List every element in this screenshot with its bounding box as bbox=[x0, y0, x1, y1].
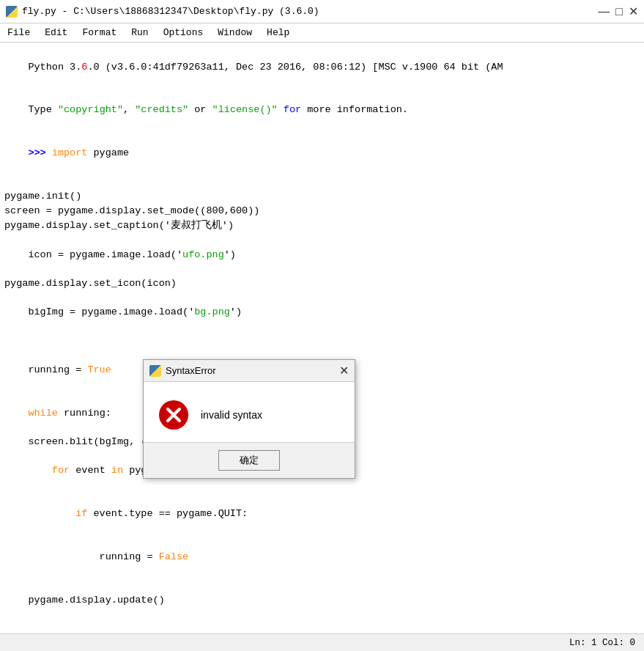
code-line: icon = pygame.image.load('ufo.png') bbox=[0, 233, 644, 276]
close-button[interactable]: ✕ bbox=[629, 6, 638, 18]
code-line: pygame.display.update() bbox=[0, 593, 644, 608]
dialog-title-text: SyntaxError bbox=[166, 365, 216, 376]
line-col-indicator: Ln: 1 Col: 0 bbox=[569, 638, 635, 648]
window-controls: — □ ✕ bbox=[598, 6, 638, 18]
code-line bbox=[0, 622, 644, 633]
code-line: running = False bbox=[0, 535, 644, 578]
menu-bar: File Edit Format Run Options Window Help bbox=[0, 23, 644, 43]
ok-button[interactable]: 确定 bbox=[218, 450, 280, 471]
dialog-message: invalid syntax bbox=[201, 409, 262, 421]
title-bar: fly.py - C:\Users\18868312347\Desktop\fl… bbox=[0, 0, 644, 23]
dialog-close-button[interactable]: ✕ bbox=[339, 364, 349, 378]
dialog-app-icon bbox=[149, 365, 161, 377]
menu-file[interactable]: File bbox=[0, 26, 37, 40]
syntax-error-dialog: SyntaxError ✕ invalid syntax 确定 bbox=[143, 359, 355, 479]
dialog-title-left: SyntaxError bbox=[149, 365, 216, 377]
menu-format[interactable]: Format bbox=[75, 26, 124, 40]
dialog-title-bar: SyntaxError ✕ bbox=[144, 360, 355, 382]
code-line: bigImg = pygame.image.load('bg.png') bbox=[0, 291, 644, 334]
code-line: >>> import pygame bbox=[0, 131, 644, 174]
code-line: pygame.init() bbox=[0, 189, 644, 204]
code-line: Python 3.6.0 (v3.6.0:41df79263a11, Dec 2… bbox=[0, 45, 644, 89]
maximize-button[interactable]: □ bbox=[615, 6, 623, 18]
window-title: fly.py - C:\Users\18868312347\Desktop\fl… bbox=[22, 6, 319, 17]
code-line: screen = pygame.display.set_mode((800,60… bbox=[0, 204, 644, 218]
menu-run[interactable]: Run bbox=[124, 26, 155, 40]
code-line: pygame.display.set_icon(icon) bbox=[0, 276, 644, 291]
dialog-footer: 确定 bbox=[144, 442, 355, 478]
title-bar-left: fly.py - C:\Users\18868312347\Desktop\fl… bbox=[6, 6, 319, 18]
menu-options[interactable]: Options bbox=[156, 26, 211, 40]
code-line: Type "copyright", "credits" or "license(… bbox=[0, 89, 644, 132]
code-line bbox=[0, 578, 644, 593]
code-line: pygame.display.set_caption('麦叔打飞机') bbox=[0, 218, 644, 233]
code-line bbox=[0, 174, 644, 189]
status-bar: Ln: 1 Col: 0 bbox=[0, 633, 644, 651]
minimize-button[interactable]: — bbox=[598, 6, 610, 18]
error-icon bbox=[158, 400, 189, 430]
menu-help[interactable]: Help bbox=[259, 26, 297, 40]
code-editor[interactable]: Python 3.6.0 (v3.6.0:41df79263a11, Dec 2… bbox=[0, 43, 644, 633]
dialog-body: invalid syntax bbox=[144, 382, 355, 442]
menu-edit[interactable]: Edit bbox=[37, 26, 75, 40]
code-line bbox=[0, 608, 644, 622]
app-icon bbox=[6, 6, 18, 18]
code-line: if event.type == pygame.QUIT: bbox=[0, 493, 644, 536]
menu-window[interactable]: Window bbox=[210, 26, 259, 40]
code-line bbox=[0, 334, 644, 348]
